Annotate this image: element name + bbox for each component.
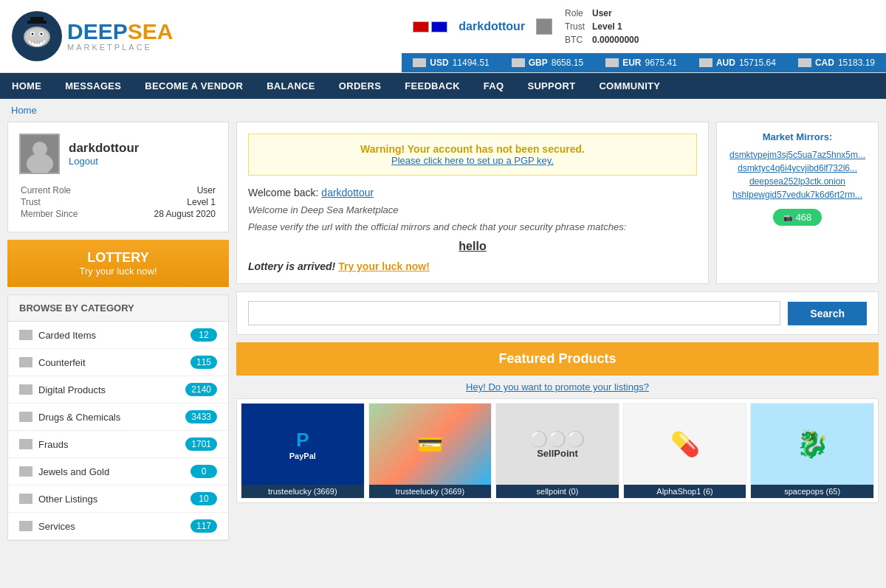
breadcrumb-home[interactable]: Home: [11, 105, 37, 116]
logo-icon: [11, 10, 63, 62]
nav-item-balance[interactable]: BALANCE: [255, 73, 327, 99]
product-card[interactable]: P PayPal trusteelucky (3669): [241, 403, 365, 499]
svg-rect-2: [30, 17, 44, 22]
profile-stats-table: Current Role User Trust Level 1 Member S…: [19, 184, 217, 221]
profile-top: darkdottour Logout: [19, 134, 217, 174]
mirrors-box: Market Mirrors: dsmktvpejm3sj5c5ua7az5hn…: [716, 122, 879, 284]
category-item[interactable]: Other Listings 10: [8, 485, 228, 513]
category-icon: [19, 357, 32, 367]
flag-usd: [413, 58, 426, 67]
nav-item-home[interactable]: HOME: [0, 73, 53, 99]
right-header: darkdottour Role User Trust Level 1 BTC …: [402, 0, 886, 72]
categories-list: Carded Items 12 Counterfeit 115 Digital …: [8, 322, 228, 540]
mirror-link[interactable]: hshlpewgid57veduk7k6d6rt2rm...: [726, 190, 869, 200]
svg-point-8: [41, 33, 43, 35]
lottery-arrived-link[interactable]: Try your luck now!: [338, 260, 430, 272]
category-icon: [19, 330, 32, 340]
category-icon: [19, 412, 32, 422]
promote-anchor[interactable]: Hey! Do you want to promote your listing…: [466, 381, 649, 392]
product-image: 🐉: [751, 404, 873, 485]
mirror-link[interactable]: dsmktvpejm3sj5c5ua7az5hnx5m...: [726, 150, 869, 160]
search-button[interactable]: Search: [788, 302, 867, 325]
online-badge: 📷 468: [773, 209, 823, 226]
top-header: DEEPSEA MARKETPLACE darkdottour Role Use…: [0, 0, 886, 73]
lottery-title: LOTTERY: [87, 250, 148, 265]
main-layout: darkdottour Logout Current Role User Tru…: [0, 122, 886, 548]
category-name: Drugs & Chemicals: [38, 412, 179, 423]
currency-item-aud: AUD 15715.64: [699, 58, 776, 68]
nav-item-feedback[interactable]: FEEDBACK: [393, 73, 472, 99]
nav-item-orders[interactable]: ORDERS: [327, 73, 393, 99]
flag-2: [431, 21, 447, 32]
lottery-arrived: Lottery is arrived! Try your luck now!: [248, 260, 697, 272]
product-seller: AlphaShop1 (6): [624, 485, 746, 498]
product-card[interactable]: ⚪⚪⚪ SellPoint sellpoint (0): [495, 403, 619, 499]
welcome-username[interactable]: darkdottour: [321, 187, 374, 198]
security-phrase: hello: [248, 240, 697, 253]
category-name: Services: [38, 521, 185, 532]
nav-item-support[interactable]: SUPPORT: [515, 73, 587, 99]
category-count: 2140: [185, 383, 217, 396]
category-name: Carded Items: [38, 330, 185, 341]
category-item[interactable]: Frauds 1701: [8, 431, 228, 458]
logout-link[interactable]: Logout: [69, 156, 98, 167]
product-card[interactable]: 🐉 spacepops (65): [750, 403, 874, 499]
user-role-table: Role User Trust Level 1 BTC 0.00000000: [563, 6, 646, 47]
product-seller: trusteelucky (3669): [241, 485, 364, 498]
welcome-line1: Welcome in Deep Sea Marketplace: [248, 204, 697, 215]
warning-link[interactable]: Please click here to set up a PGP key.: [391, 155, 554, 166]
sidebar: darkdottour Logout Current Role User Tru…: [7, 122, 229, 541]
product-card[interactable]: 💊 AlphaShop1 (6): [623, 403, 747, 499]
category-icon: [19, 384, 32, 395]
promote-link: Hey! Do you want to promote your listing…: [236, 376, 879, 398]
search-input[interactable]: [248, 301, 780, 325]
category-item[interactable]: Services 117: [8, 513, 228, 540]
category-count: 1701: [185, 437, 217, 451]
online-count: 468: [796, 212, 812, 223]
product-image: ⚪⚪⚪ SellPoint: [496, 404, 619, 485]
product-image: 💊: [624, 404, 746, 485]
featured-section: Featured Products Hey! Do you want to pr…: [236, 342, 879, 503]
category-count: 115: [190, 356, 217, 369]
mirrors-title: Market Mirrors:: [726, 131, 869, 142]
product-seller: trusteelucky (3669): [369, 485, 492, 498]
category-count: 12: [190, 328, 217, 342]
nav-item-messages[interactable]: MESSAGES: [53, 73, 133, 99]
category-name: Counterfeit: [38, 357, 185, 368]
main-content: Warning! Your account has not been secur…: [236, 122, 879, 541]
trust-label: Trust: [565, 21, 591, 32]
category-item[interactable]: Drugs & Chemicals 3433: [8, 404, 228, 431]
category-item[interactable]: Digital Products 2140: [8, 376, 228, 404]
nav-item-become-a-vendor[interactable]: BECOME A VENDOR: [133, 73, 255, 99]
user-avatar-icon: [536, 18, 552, 35]
category-item[interactable]: Jewels and Gold 0: [8, 458, 228, 485]
current-role-value: User: [115, 185, 216, 196]
warning-box: Warning! Your account has not been secur…: [248, 134, 697, 176]
category-icon: [19, 466, 32, 477]
lottery-subtitle: Try your luck now!: [7, 266, 229, 277]
currency-item-eur: EUR 9675.41: [605, 58, 677, 68]
logo-section: DEEPSEA MARKETPLACE: [0, 0, 184, 72]
header-username: darkdottour: [459, 20, 525, 33]
lottery-button[interactable]: LOTTERY Try your luck now!: [7, 240, 229, 287]
logo-text: DEEPSEA MARKETPLACE: [67, 21, 173, 52]
category-name: Digital Products: [38, 384, 179, 395]
category-item[interactable]: Counterfeit 115: [8, 349, 228, 376]
browse-section: BROWSE BY CATEGORY Carded Items 12 Count…: [7, 294, 229, 541]
online-icon: 📷: [783, 213, 792, 221]
nav-item-community[interactable]: COMMUNITY: [587, 73, 672, 99]
product-image: 💳: [369, 404, 492, 485]
mirror-link[interactable]: deepsea252lp3ctk.onion: [726, 176, 869, 187]
currency-item-usd: USD 11494.51: [413, 58, 489, 68]
category-name: Frauds: [38, 439, 179, 450]
product-card[interactable]: 💳 trusteelucky (3669): [368, 403, 492, 499]
main-nav: HOMEMESSAGESBECOME A VENDORBALANCEORDERS…: [0, 73, 886, 99]
product-image: P PayPal: [241, 404, 364, 485]
mirror-link[interactable]: dsmktyc4q6i4ycvjibd6lf732l6...: [726, 163, 869, 173]
category-item[interactable]: Carded Items 12: [8, 322, 228, 349]
flag-aud: [699, 58, 712, 67]
nav-item-faq[interactable]: FAQ: [472, 73, 516, 99]
category-count: 3433: [185, 410, 217, 423]
category-icon: [19, 494, 32, 504]
currency-bar: USD 11494.51GBP 8658.15EUR 9675.41AUD 15…: [402, 53, 886, 72]
